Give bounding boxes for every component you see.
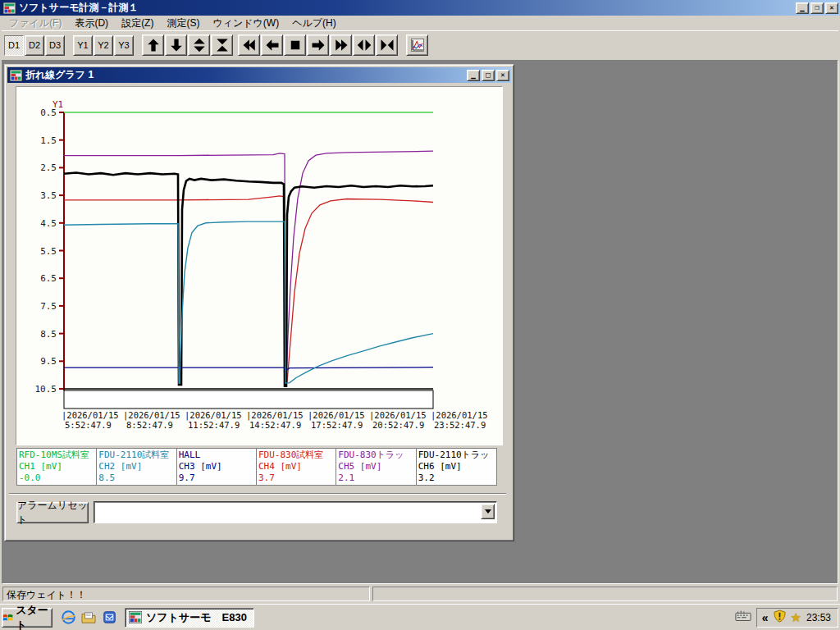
channel-label: CH3 [mV] bbox=[179, 461, 254, 472]
graph-window-title: 折れ線グラフ 1 bbox=[25, 68, 94, 82]
channel-value: 3.7 bbox=[258, 472, 334, 484]
status-message: 保存ウェイト！！ bbox=[2, 587, 370, 601]
y-axis-tick-label: 6.5 bbox=[40, 273, 57, 284]
arrow-left-icon[interactable] bbox=[261, 34, 283, 56]
chevron-down-icon[interactable] bbox=[481, 504, 495, 519]
x-range-box bbox=[64, 390, 433, 409]
channel-name: HALL bbox=[179, 450, 254, 461]
x-axis-time-label: 14:52:47.9 bbox=[249, 420, 301, 430]
expand-horizontal-icon[interactable] bbox=[353, 34, 375, 56]
internet-explorer-icon[interactable] bbox=[61, 610, 75, 625]
close-icon[interactable]: ✕ bbox=[825, 2, 838, 14]
status-bar: 保存ウェイト！！ bbox=[2, 585, 838, 603]
graph-minimize-icon[interactable]: ▁ bbox=[467, 70, 480, 81]
channel-label: CH5 [mV] bbox=[338, 461, 413, 472]
channel-name: RFD-10MS試料室 bbox=[19, 450, 94, 461]
x-axis-time-label: 11:52:47.9 bbox=[188, 420, 240, 430]
mdi-area: 折れ線グラフ 1 ▁ □ ✕ Y10.51.52.53.54.55.56.57.… bbox=[2, 60, 838, 584]
y-axis-tick-label: 5.5 bbox=[40, 246, 57, 257]
legend-cell-ch6: FDU-2110トラッ CH6 [mV] 3.2 bbox=[417, 449, 496, 485]
x-axis-time-label: 23:52:47.9 bbox=[434, 420, 486, 430]
tray-expand-chevron[interactable]: « bbox=[762, 611, 769, 624]
windows-logo-icon bbox=[2, 612, 13, 623]
collapse-vertical-icon[interactable] bbox=[211, 34, 233, 56]
line-chart-svg: Y10.51.52.53.54.55.56.57.58.59.510.5|202… bbox=[16, 87, 502, 445]
series-ch2 bbox=[64, 221, 433, 383]
toolbar-button-y1[interactable]: Y1 bbox=[73, 35, 93, 56]
collapse-horizontal-icon[interactable] bbox=[376, 34, 398, 56]
skip-forward-icon[interactable] bbox=[330, 34, 352, 56]
channel-label: CH2 [mV] bbox=[98, 461, 174, 472]
legend-cell-ch2: FDU-2110試料室 CH2 [mV] 8.5 bbox=[97, 449, 176, 485]
series-ch6 bbox=[64, 173, 433, 386]
channel-value: 2.1 bbox=[338, 472, 413, 484]
status-pane-2 bbox=[372, 587, 838, 601]
menu-measure[interactable]: 測定(S) bbox=[161, 15, 205, 32]
arrow-right-icon[interactable] bbox=[307, 34, 329, 56]
start-label: スタート bbox=[16, 603, 52, 630]
security-shield-icon[interactable] bbox=[774, 609, 786, 625]
toolbar-button-y2[interactable]: Y2 bbox=[94, 35, 113, 56]
menu-settings[interactable]: 設定(Z) bbox=[116, 15, 159, 32]
y-axis-tick-label: 9.5 bbox=[40, 356, 57, 367]
keyboard-icon[interactable] bbox=[735, 610, 751, 624]
menu-view[interactable]: 表示(D) bbox=[69, 15, 114, 32]
x-axis-time-label: 20:52:47.9 bbox=[372, 420, 424, 430]
y-axis-tick-label: 1.5 bbox=[40, 135, 57, 146]
channel-name: FDU-830試料室 bbox=[258, 450, 334, 461]
show-desktop-icon[interactable] bbox=[81, 610, 96, 625]
graph-close-icon[interactable]: ✕ bbox=[496, 70, 509, 81]
y-axis-tick-label: 7.5 bbox=[40, 301, 57, 312]
app-icon bbox=[3, 2, 16, 14]
channel-legend: RFD-10MS試料室 CH1 [mV] -0.0 FDU-2110試料室 CH… bbox=[16, 448, 497, 486]
quick-launch bbox=[61, 610, 116, 625]
tray-clock[interactable]: 23:53 bbox=[806, 612, 831, 623]
channel-name: FDU-830トラッ bbox=[338, 450, 413, 461]
skip-back-icon[interactable] bbox=[238, 34, 260, 56]
star-icon[interactable]: ★ bbox=[791, 610, 801, 625]
alarm-reset-button[interactable]: アラームリセット bbox=[16, 502, 89, 523]
arrow-down-icon[interactable] bbox=[165, 34, 187, 56]
taskbar-task-softthermo[interactable]: ソフトサーモ E830 bbox=[125, 608, 254, 628]
minimize-icon[interactable]: ▁ bbox=[796, 2, 809, 14]
toolbar-button-d3[interactable]: D3 bbox=[45, 35, 65, 56]
channel-name: FDU-2110試料室 bbox=[98, 450, 174, 461]
channel-value: 3.2 bbox=[418, 472, 495, 484]
chart-settings-icon[interactable] bbox=[406, 34, 428, 56]
y-axis-tick-label: 0.5 bbox=[40, 107, 57, 118]
restore-icon[interactable]: ❐ bbox=[810, 2, 824, 14]
graph-maximize-icon[interactable]: □ bbox=[482, 70, 495, 81]
graph-window-titlebar[interactable]: 折れ線グラフ 1 ▁ □ ✕ bbox=[7, 67, 511, 83]
taskbar: スタート ソフトサーモ E830 « bbox=[0, 604, 840, 630]
task-app-icon bbox=[129, 611, 142, 623]
main-titlebar[interactable]: ソフトサーモ計測－計測１ ▁ ❐ ✕ bbox=[0, 0, 840, 16]
menubar: ファイル(F) 表示(D) 設定(Z) 測定(S) ウィンドウ(W) ヘルプ(H… bbox=[2, 16, 838, 30]
toolbar-button-d1[interactable]: D1 bbox=[4, 35, 24, 56]
desktop: { "window": { "title": "ソフトサーモ計測－計測１", "… bbox=[0, 0, 840, 630]
toolbar: D1 D2 D3 Y1 Y2 Y3 bbox=[2, 30, 838, 59]
y-axis-tick-label: 4.5 bbox=[40, 218, 57, 229]
separator bbox=[9, 493, 506, 495]
x-axis-time-label: 8:52:47.9 bbox=[126, 420, 173, 430]
legend-cell-ch4: FDU-830試料室 CH4 [mV] 3.7 bbox=[257, 449, 336, 485]
channel-value: -0.0 bbox=[19, 472, 94, 484]
y-axis-tick-label: 3.5 bbox=[40, 190, 57, 201]
start-button[interactable]: スタート bbox=[2, 608, 52, 628]
outlook-express-icon[interactable] bbox=[102, 610, 116, 625]
y-axis-tick-label: 10.5 bbox=[35, 384, 57, 395]
menu-help[interactable]: ヘルプ(H) bbox=[286, 15, 342, 32]
channel-value: 9.7 bbox=[179, 472, 254, 484]
menu-window[interactable]: ウィンドウ(W) bbox=[207, 15, 285, 32]
graph-window-icon bbox=[10, 70, 22, 81]
y-axis-tick-label: 2.5 bbox=[40, 162, 57, 173]
stop-icon[interactable] bbox=[284, 34, 306, 56]
arrow-up-icon[interactable] bbox=[142, 34, 164, 56]
toolbar-button-y3[interactable]: Y3 bbox=[114, 35, 134, 56]
menu-file[interactable]: ファイル(F) bbox=[3, 15, 67, 32]
tray-panel: « ★ 23:53 bbox=[756, 608, 838, 628]
expand-vertical-icon[interactable] bbox=[188, 34, 210, 56]
channel-name: FDU-2110トラッ bbox=[418, 450, 495, 461]
series-ch3 bbox=[64, 368, 433, 370]
toolbar-button-d2[interactable]: D2 bbox=[25, 35, 44, 56]
alarm-combo-box[interactable] bbox=[94, 501, 497, 523]
